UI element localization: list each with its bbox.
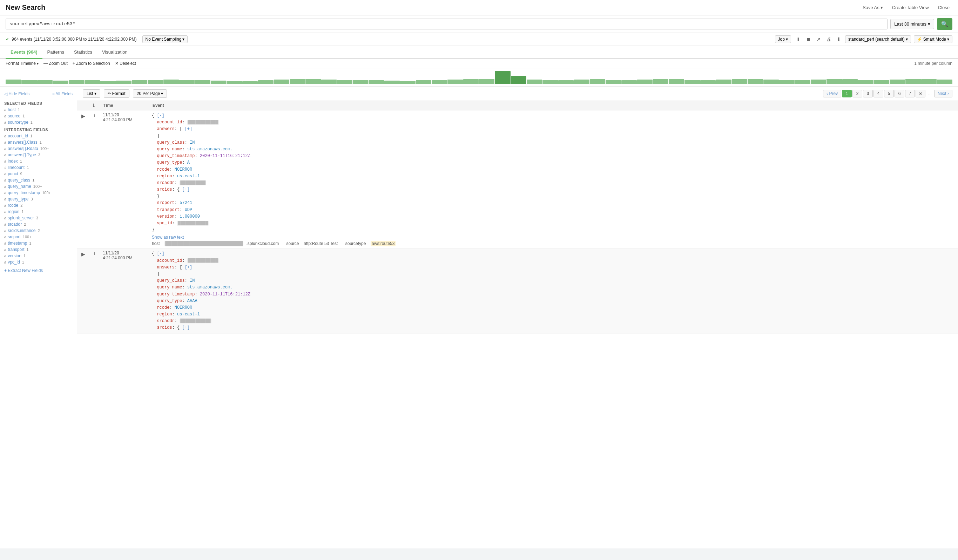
timeline-bar[interactable] bbox=[685, 80, 700, 84]
sidebar-item-index[interactable]: a index 1 bbox=[0, 158, 77, 165]
sidebar-item-query-name[interactable]: a query_name 100+ bbox=[0, 183, 77, 190]
timeline-bar[interactable] bbox=[53, 81, 68, 84]
timeline-bar[interactable] bbox=[290, 79, 305, 84]
time-range-button[interactable]: Last 30 minutes ▾ bbox=[890, 19, 934, 29]
send-button[interactable]: ↗ bbox=[815, 35, 822, 43]
timeline-bar[interactable] bbox=[874, 80, 889, 84]
search-input[interactable] bbox=[6, 19, 887, 29]
timeline-bar[interactable] bbox=[479, 79, 495, 84]
sidebar-item-rcode[interactable]: a rcode 2 bbox=[0, 202, 77, 209]
sidebar-item-answers-type[interactable]: a answers[].Type 3 bbox=[0, 152, 77, 158]
timeline-bar[interactable] bbox=[795, 80, 810, 84]
timeline-bar[interactable] bbox=[368, 80, 384, 84]
tab-visualization[interactable]: Visualization bbox=[97, 46, 133, 59]
hide-fields-button[interactable]: ◁ Hide Fields bbox=[4, 92, 29, 96]
sidebar-item-srcids-instance[interactable]: a srcids.instance 2 bbox=[0, 228, 77, 234]
stop-button[interactable]: ⏹ bbox=[804, 35, 812, 43]
timeline-bar[interactable] bbox=[337, 80, 352, 84]
sidebar-item-query-timestamp[interactable]: a query_timestamp 100+ bbox=[0, 190, 77, 196]
timeline-bar[interactable] bbox=[400, 81, 416, 84]
timeline-bar[interactable] bbox=[179, 80, 195, 84]
timeline-bar[interactable] bbox=[274, 79, 289, 84]
timeline-bar[interactable] bbox=[353, 80, 368, 84]
timeline-bar[interactable] bbox=[921, 79, 937, 84]
row1-answers-expand-link[interactable]: [+] bbox=[185, 127, 192, 131]
timeline-bar[interactable] bbox=[6, 79, 21, 84]
download-button[interactable]: ⬇ bbox=[835, 35, 842, 43]
row1-info-button[interactable]: ℹ bbox=[92, 112, 97, 119]
save-as-button[interactable]: Save As ▾ bbox=[860, 3, 886, 11]
row1-srcids-expand-link[interactable]: [+] bbox=[182, 187, 190, 192]
timeline-bar[interactable] bbox=[463, 79, 479, 84]
timeline-bar[interactable] bbox=[431, 80, 447, 84]
sidebar-item-answers-rdata[interactable]: a answers[].Rdata 100+ bbox=[0, 146, 77, 152]
row1-collapse-link[interactable]: [-] bbox=[157, 113, 165, 118]
timeline-bar[interactable] bbox=[527, 79, 542, 84]
timeline-bar[interactable] bbox=[542, 80, 558, 84]
sidebar-item-sourcetype[interactable]: a sourcetype 1 bbox=[0, 119, 77, 125]
timeline-bar[interactable] bbox=[890, 79, 905, 84]
page-2-button[interactable]: 2 bbox=[852, 90, 862, 97]
row2-info-button[interactable]: ℹ bbox=[92, 251, 97, 257]
timeline-bar[interactable] bbox=[716, 79, 731, 84]
timeline-bar[interactable] bbox=[148, 80, 163, 84]
page-7-button[interactable]: 7 bbox=[905, 90, 915, 97]
search-profile-button[interactable]: standard_perf (search default) ▾ bbox=[845, 35, 911, 43]
timeline-bar[interactable] bbox=[116, 81, 132, 84]
timeline-bar[interactable] bbox=[558, 80, 574, 84]
timeline-bar[interactable] bbox=[937, 79, 952, 84]
page-8-button[interactable]: 8 bbox=[915, 90, 925, 97]
sampling-button[interactable]: No Event Sampling ▾ bbox=[142, 35, 188, 43]
sidebar-item-punct[interactable]: a punct 9 bbox=[0, 171, 77, 177]
timeline-bar[interactable] bbox=[37, 80, 52, 84]
timeline-bar[interactable] bbox=[779, 80, 795, 84]
timeline-bar[interactable] bbox=[384, 81, 400, 84]
sidebar-item-query-type[interactable]: a query_type 3 bbox=[0, 196, 77, 202]
timeline-bar[interactable] bbox=[242, 81, 258, 84]
timeline-bar[interactable] bbox=[700, 80, 716, 84]
sidebar-item-version[interactable]: a version 1 bbox=[0, 253, 77, 259]
pause-button[interactable]: ⏸ bbox=[794, 35, 802, 43]
timeline-bar[interactable] bbox=[321, 79, 337, 84]
timeline-bar[interactable] bbox=[732, 79, 747, 84]
timeline-bar[interactable] bbox=[69, 80, 84, 84]
timeline-bar[interactable] bbox=[606, 80, 621, 84]
sidebar-item-timestamp[interactable]: a timestamp 1 bbox=[0, 240, 77, 246]
sidebar-item-source[interactable]: a source 1 bbox=[0, 113, 77, 119]
sidebar-item-answers-class[interactable]: a answers[].Class 1 bbox=[0, 139, 77, 146]
timeline-bar[interactable] bbox=[227, 81, 242, 84]
timeline-bar[interactable] bbox=[211, 81, 226, 84]
page-5-button[interactable]: 5 bbox=[884, 90, 894, 97]
deselect-button[interactable]: ✕ Deselect bbox=[115, 61, 136, 66]
timeline-bar[interactable] bbox=[590, 79, 605, 84]
timeline-bar[interactable] bbox=[195, 80, 210, 84]
show-raw-text-link[interactable]: Show as raw text bbox=[152, 235, 955, 240]
timeline-bar[interactable] bbox=[447, 79, 463, 84]
next-page-button[interactable]: Next › bbox=[934, 90, 952, 97]
sidebar-item-query-class[interactable]: a query_class 1 bbox=[0, 177, 77, 183]
sidebar-item-vpc-id[interactable]: a vpc_id 1 bbox=[0, 259, 77, 265]
timeline-bar[interactable] bbox=[906, 79, 921, 84]
timeline-bar[interactable] bbox=[84, 80, 100, 84]
timeline-bar[interactable] bbox=[416, 80, 431, 84]
sidebar-item-srcaddr[interactable]: a srcaddr 2 bbox=[0, 221, 77, 228]
format-timeline-button[interactable]: Format Timeline ▾ bbox=[6, 61, 38, 66]
timeline-bar[interactable] bbox=[100, 81, 116, 84]
timeline-bar[interactable] bbox=[258, 80, 273, 84]
timeline-bar[interactable] bbox=[163, 79, 179, 84]
timeline-bar[interactable] bbox=[842, 79, 858, 84]
timeline-bar[interactable] bbox=[811, 79, 826, 84]
timeline-bar[interactable] bbox=[858, 80, 874, 84]
all-fields-button[interactable]: ≡ All Fields bbox=[52, 92, 73, 96]
sidebar-item-splunk-server[interactable]: a splunk_server 3 bbox=[0, 215, 77, 221]
list-button[interactable]: List ▾ bbox=[83, 89, 100, 98]
row2-answers-expand-link[interactable]: [+] bbox=[185, 265, 192, 270]
zoom-out-button[interactable]: — Zoom Out bbox=[43, 61, 68, 66]
timeline-bar[interactable] bbox=[763, 79, 779, 84]
row2-collapse-link[interactable]: [-] bbox=[157, 251, 165, 256]
sidebar-item-transport[interactable]: a transport 1 bbox=[0, 246, 77, 253]
timeline-bar[interactable] bbox=[305, 79, 321, 84]
timeline-bar-highlight[interactable] bbox=[495, 71, 510, 84]
extract-new-fields-link[interactable]: + Extract New Fields bbox=[0, 265, 77, 276]
close-button[interactable]: Close bbox=[935, 3, 952, 11]
